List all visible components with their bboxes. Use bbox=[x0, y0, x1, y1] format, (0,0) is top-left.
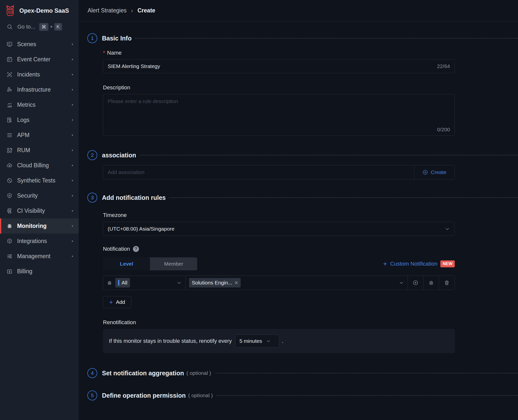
breadcrumb-separator-icon: › bbox=[131, 7, 133, 14]
timezone-value: (UTC+08:00) Asia/Singapore bbox=[108, 226, 174, 232]
tab-level[interactable]: Level bbox=[103, 257, 150, 270]
chevron-down-icon bbox=[176, 280, 182, 285]
level-color-bar bbox=[118, 280, 119, 285]
upgrade-notification-button[interactable] bbox=[423, 276, 439, 290]
association-create-button[interactable]: Create bbox=[414, 165, 455, 179]
level-select[interactable]: All bbox=[103, 276, 186, 290]
sidebar-item-billing[interactable]: Billing bbox=[0, 264, 79, 279]
breadcrumb-current: Create bbox=[137, 7, 155, 14]
timezone-select[interactable]: (UTC+08:00) Asia/Singapore bbox=[103, 222, 455, 236]
remove-tag-icon[interactable]: × bbox=[234, 280, 238, 286]
custom-notification-label: Custom Notification bbox=[390, 261, 438, 267]
alarm-upgrade-icon bbox=[428, 280, 434, 286]
description-label: Description bbox=[103, 84, 455, 91]
app-logo-row[interactable]: Opex-Demo SaaS bbox=[0, 0, 79, 20]
sidebar-item-logs[interactable]: Logs bbox=[0, 112, 79, 128]
section-number-badge: 3 bbox=[87, 193, 97, 203]
member-select[interactable]: Solutions Engin... × bbox=[185, 276, 408, 290]
section-notification-aggregation: 4 Set notification aggregation ( optiona… bbox=[87, 368, 518, 378]
sidebar: Opex-Demo SaaS Go to... ⌘ + K Scenes Eve… bbox=[0, 0, 79, 420]
sidebar-item-integrations[interactable]: Integrations bbox=[0, 234, 79, 249]
plus-circle-icon bbox=[422, 169, 428, 175]
owl-logo-icon bbox=[5, 4, 15, 17]
main-area: Alert Strategies › Create 1 Basic Info *… bbox=[79, 0, 518, 420]
cloud-icon bbox=[6, 162, 13, 169]
add-rule-button[interactable] bbox=[408, 276, 423, 290]
sidebar-item-apm[interactable]: APM bbox=[0, 128, 79, 143]
integration-hexagon-icon bbox=[6, 238, 13, 244]
sliders-icon bbox=[6, 253, 13, 259]
section-notification-rules: 3 Add notification rules bbox=[87, 193, 518, 203]
chevron-right-icon bbox=[71, 240, 74, 243]
section-number-badge: 2 bbox=[87, 150, 97, 160]
sidebar-item-rum[interactable]: RUM bbox=[0, 143, 79, 158]
billing-yen-icon bbox=[6, 268, 13, 275]
section-title: Basic Info bbox=[102, 35, 131, 42]
chevron-right-icon bbox=[71, 73, 74, 76]
chevron-right-icon bbox=[71, 58, 74, 61]
section-divider bbox=[216, 395, 518, 396]
app-title: Opex-Demo SaaS bbox=[19, 7, 69, 14]
sidebar-item-management[interactable]: Management bbox=[0, 249, 79, 264]
section-divider bbox=[140, 155, 518, 155]
section-number-badge: 1 bbox=[87, 33, 97, 43]
section-divider bbox=[135, 38, 518, 38]
plus-icon: + bbox=[383, 260, 387, 267]
name-input[interactable] bbox=[108, 63, 433, 69]
sidebar-item-synthetic-tests[interactable]: Synthetic Tests bbox=[0, 173, 79, 188]
renotification-label: Renotification bbox=[103, 319, 455, 326]
help-icon[interactable]: ? bbox=[133, 246, 139, 252]
apm-traces-icon bbox=[6, 132, 13, 138]
add-notification-button[interactable]: + Add bbox=[103, 296, 131, 308]
association-row: Create bbox=[103, 165, 455, 179]
association-input[interactable] bbox=[108, 169, 410, 175]
name-field-box: 22/64 bbox=[103, 59, 455, 73]
metrics-chart-icon bbox=[6, 102, 13, 108]
create-label: Create bbox=[431, 169, 446, 175]
renotify-interval-select[interactable]: 5 minutes bbox=[235, 335, 279, 348]
section-divider bbox=[169, 197, 518, 198]
description-textarea[interactable] bbox=[103, 94, 454, 136]
notification-rule-row: All Solutions Engin... × bbox=[103, 276, 455, 290]
notification-label-row: Notification ? bbox=[103, 246, 455, 252]
kbd-plus: + bbox=[50, 24, 53, 30]
sidebar-item-metrics[interactable]: Metrics bbox=[0, 97, 79, 112]
section-number-badge: 4 bbox=[87, 368, 97, 378]
trash-icon bbox=[444, 280, 450, 286]
chevron-right-icon bbox=[71, 149, 74, 152]
chevron-right-icon bbox=[71, 88, 74, 91]
level-tag: All bbox=[115, 278, 130, 287]
chevron-right-icon bbox=[71, 209, 74, 212]
sidebar-item-scenes[interactable]: Scenes bbox=[0, 37, 79, 52]
renotification-suffix: . bbox=[282, 338, 283, 344]
circle-slash-icon bbox=[6, 177, 13, 184]
kbd-k: K bbox=[54, 23, 62, 31]
global-search[interactable]: Go to... ⌘ + K bbox=[0, 20, 79, 34]
breadcrumb-parent[interactable]: Alert Strategies bbox=[88, 7, 127, 14]
chevron-right-icon bbox=[71, 118, 74, 122]
section-title: association bbox=[102, 152, 136, 159]
section-association: 2 association bbox=[87, 150, 518, 160]
required-asterisk: * bbox=[103, 50, 105, 56]
section-divider bbox=[215, 373, 518, 373]
renotification-panel: If this monitor stays in trouble status,… bbox=[103, 329, 455, 353]
sidebar-item-security[interactable]: Security bbox=[0, 188, 79, 203]
shield-plus-icon bbox=[6, 193, 13, 199]
section-title: Define operation permission bbox=[102, 392, 186, 399]
sidebar-item-infrastructure[interactable]: Infrastructure bbox=[0, 82, 79, 97]
sidebar-item-incidents[interactable]: Incidents bbox=[0, 67, 79, 82]
name-char-counter: 22/64 bbox=[437, 63, 450, 69]
sidebar-item-monitoring[interactable]: Monitoring bbox=[0, 218, 79, 234]
custom-notification-button[interactable]: + Custom Notification NEW bbox=[383, 260, 455, 267]
add-button-label: Add bbox=[116, 299, 125, 305]
delete-rule-button[interactable] bbox=[439, 276, 455, 290]
sidebar-item-ci-visibility[interactable]: CI Visibility bbox=[0, 203, 79, 218]
plus-circle-icon bbox=[413, 280, 419, 286]
search-icon bbox=[6, 24, 13, 30]
sidebar-item-event-center[interactable]: Event Center bbox=[0, 52, 79, 67]
renotification-text: If this monitor stays in trouble status,… bbox=[109, 338, 232, 344]
sidebar-item-cloud-billing[interactable]: Cloud Billing bbox=[0, 158, 79, 173]
member-tag: Solutions Engin... × bbox=[189, 278, 241, 287]
layers-stack-icon bbox=[6, 208, 13, 214]
tab-member[interactable]: Member bbox=[150, 257, 197, 270]
